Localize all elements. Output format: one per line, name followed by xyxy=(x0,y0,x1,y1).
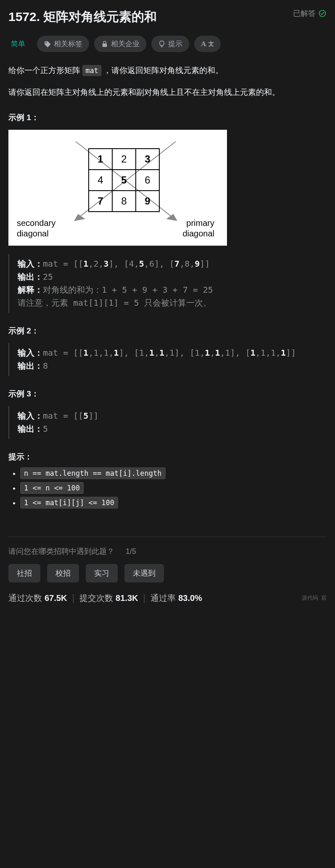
example-3-label: 示例 3： xyxy=(8,388,327,399)
rate-value: 83.0% xyxy=(178,593,202,603)
check-circle-icon xyxy=(318,9,327,18)
constraint-item: 1 <= n <= 100 xyxy=(20,484,327,493)
matrix-grid: 123 456 789 xyxy=(88,148,160,212)
poll-section: 请问您在哪类招聘中遇到此题？ 1/5 社招 校招 实习 未遇到 通过次数67.5… xyxy=(8,537,327,604)
poll-option-xiaozhao[interactable]: 校招 xyxy=(47,564,79,582)
example-2: 输入：mat = [[1,1,1,1], [1,1,1,1], [1,1,1,1… xyxy=(8,343,327,376)
desc-text: 请你返回在矩阵主对角线上的元素和副对角线上且不在主对角线上元素的和。 xyxy=(8,86,327,99)
example-3: 输入：mat = [[5]] 输出：5 xyxy=(8,406,327,439)
tag-icon xyxy=(44,40,51,48)
poll-option-none[interactable]: 未遇到 xyxy=(124,564,164,582)
poll-progress: 1/5 xyxy=(126,547,136,556)
matrix-diagram: 123 456 789 secondary diagonal primary d… xyxy=(8,130,227,246)
font-size-pill[interactable]: A文 xyxy=(194,36,221,52)
footer-source[interactable]: 源代码 xyxy=(302,595,318,601)
svg-marker-2 xyxy=(167,215,177,220)
hint-pill[interactable]: 提示 xyxy=(151,36,189,52)
constraint-item: n == mat.length == mat[i].length xyxy=(20,469,327,478)
example-1: 输入：mat = [[1,2,3], [4,5,6], [7,8,9]] 输出：… xyxy=(8,254,327,313)
submissions-value: 81.3K xyxy=(116,593,138,603)
poll-question: 请问您在哪类招聘中遇到此题？ xyxy=(8,547,114,556)
tags-row: 简单 相关标签 相关企业 提示 A文 xyxy=(8,36,327,52)
desc-text: 给你一个正方形矩阵 xyxy=(8,66,82,75)
lock-icon xyxy=(101,40,108,48)
accepted-value: 67.5K xyxy=(45,593,67,603)
related-tags-label: 相关标签 xyxy=(54,39,82,49)
constraints-list: n == mat.length == mat[i].length 1 <= n … xyxy=(8,469,327,507)
solved-badge: 已解答 xyxy=(293,8,327,18)
related-tags-pill[interactable]: 相关标签 xyxy=(37,36,89,52)
related-companies-pill[interactable]: 相关企业 xyxy=(94,36,146,52)
stats-row: 通过次数67.5K | 提交次数81.3K | 通过率83.0% 源代码 宸 xyxy=(8,593,327,604)
footer-other: 宸 xyxy=(321,595,327,601)
primary-diagonal-label: primary diagonal xyxy=(182,218,214,239)
example-1-label: 示例 1： xyxy=(8,112,327,123)
hint-label: 提示 xyxy=(168,39,182,49)
constraints-label: 提示： xyxy=(8,451,327,462)
desc-text: ，请你返回矩阵对角线元素的和。 xyxy=(101,66,223,75)
rate-label: 通过率 xyxy=(150,593,176,603)
secondary-diagonal-label: secondary diagonal xyxy=(17,218,55,239)
lightbulb-icon xyxy=(158,40,166,48)
submissions-label: 提交次数 xyxy=(79,593,113,603)
related-companies-label: 相关企业 xyxy=(111,39,140,49)
difficulty-pill[interactable]: 简单 xyxy=(8,36,32,52)
accepted-label: 通过次数 xyxy=(8,593,42,603)
poll-option-shezao[interactable]: 社招 xyxy=(8,564,40,582)
example-2-label: 示例 2： xyxy=(8,325,327,336)
svg-point-0 xyxy=(319,10,326,17)
svg-marker-4 xyxy=(75,215,84,220)
inline-code-mat: mat xyxy=(82,65,101,76)
poll-option-shixi[interactable]: 实习 xyxy=(86,564,118,582)
solved-label: 已解答 xyxy=(293,8,316,18)
description: 给你一个正方形矩阵 mat ，请你返回矩阵对角线元素的和。 请你返回在矩阵主对角… xyxy=(8,64,327,100)
page-title: 1572. 矩阵对角线元素的和 xyxy=(8,8,157,26)
constraint-item: 1 <= mat[i][j] <= 100 xyxy=(20,498,327,507)
